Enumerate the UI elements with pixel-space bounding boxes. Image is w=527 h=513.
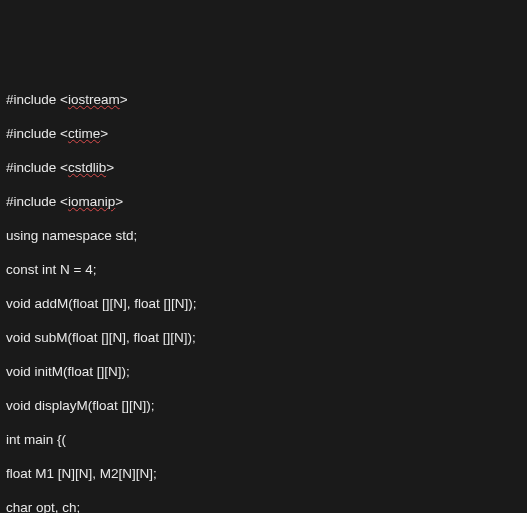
text: > [100, 126, 108, 141]
text: #include < [6, 92, 68, 107]
code-line: #include <cstdlib> [6, 159, 521, 176]
code-line: #include <ctime> [6, 125, 521, 142]
text: void addM(float [][N], float [][N]); [6, 296, 197, 311]
text: #include < [6, 126, 68, 141]
text: char opt, ch; [6, 500, 80, 513]
underlined-text: ctime [68, 126, 100, 141]
text: float M1 [N][N], M2[N][N]; [6, 466, 157, 481]
code-line: void addM(float [][N], float [][N]); [6, 295, 521, 312]
text: #include < [6, 160, 68, 175]
code-line: const int N = 4; [6, 261, 521, 278]
code-line: void initM(float [][N]); [6, 363, 521, 380]
underlined-text: cstdlib [68, 160, 106, 175]
text: > [120, 92, 128, 107]
underlined-text: iostream [68, 92, 120, 107]
text: void displayM(float [][N]); [6, 398, 155, 413]
code-line: #include <iostream> [6, 91, 521, 108]
text: > [115, 194, 123, 209]
code-line: void subM(float [][N], float [][N]); [6, 329, 521, 346]
code-line: void displayM(float [][N]); [6, 397, 521, 414]
code-line: #include <iomanip> [6, 193, 521, 210]
code-line: int main {( [6, 431, 521, 448]
text: void subM(float [][N], float [][N]); [6, 330, 196, 345]
text: void initM(float [][N]); [6, 364, 130, 379]
code-line: using namespace std; [6, 227, 521, 244]
code-block: #include <iostream> #include <ctime> #in… [6, 74, 521, 513]
text: const int N = 4; [6, 262, 96, 277]
text: > [106, 160, 114, 175]
text: using namespace std; [6, 228, 137, 243]
underlined-text: iomanip [68, 194, 115, 209]
code-line: float M1 [N][N], M2[N][N]; [6, 465, 521, 482]
code-line: char opt, ch; [6, 499, 521, 513]
text: int main {( [6, 432, 66, 447]
text: #include < [6, 194, 68, 209]
